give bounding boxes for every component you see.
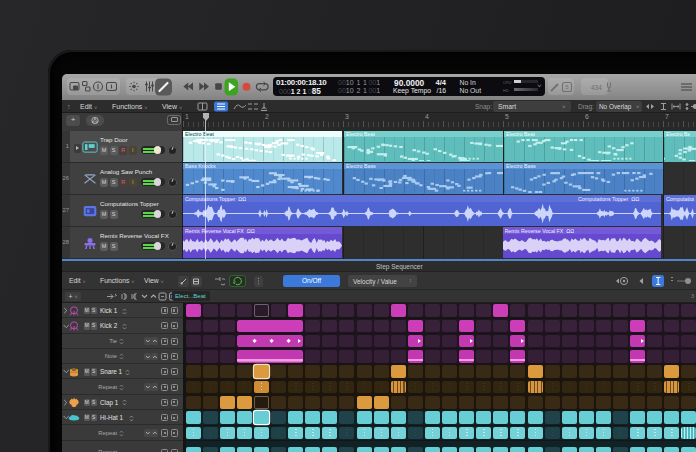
svg-text:434: 434 (591, 83, 602, 90)
svg-text:5: 5 (565, 84, 569, 90)
